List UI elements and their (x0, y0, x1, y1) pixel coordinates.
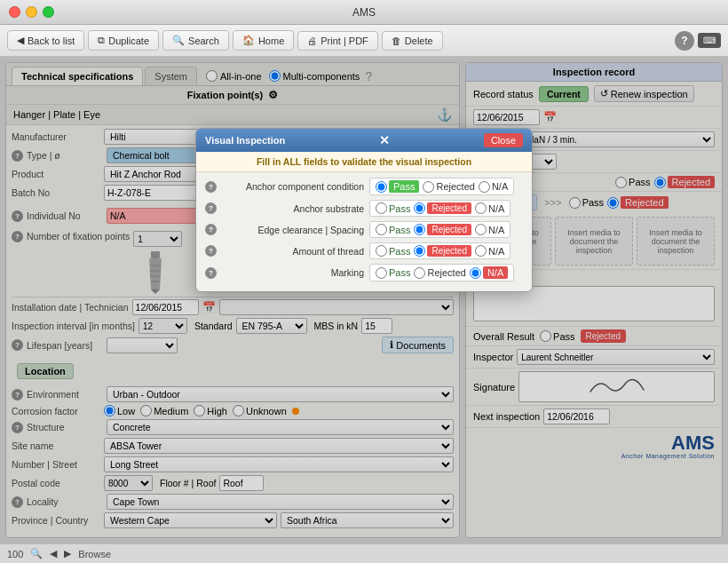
modal-row-4: ? Amount of thread Pass Rejected (205, 242, 523, 259)
modal-help-1: ? (205, 181, 217, 193)
home-button[interactable]: 🏠 Home (233, 30, 294, 51)
delete-button[interactable]: 🗑 Delete (382, 31, 443, 51)
modal-rejected-1[interactable]: Rejected (423, 181, 474, 193)
modal-options-2: Pass Rejected N/A (369, 200, 510, 217)
visual-inspection-modal: Visual Inspection ✕ Close Fill in ALL fi… (195, 128, 533, 292)
delete-label: Delete (405, 36, 433, 46)
back-icon: ◀ (17, 35, 24, 46)
delete-icon: 🗑 (392, 36, 401, 46)
maximize-button[interactable] (43, 6, 54, 18)
modal-rejected-5[interactable]: Rejected (414, 267, 465, 279)
keyboard-button[interactable]: ⌨ (698, 33, 721, 48)
modal-rejected-2[interactable]: Rejected (414, 202, 471, 214)
modal-label-4: Amount of thread (222, 246, 364, 257)
modal-na-3[interactable]: N/A (475, 224, 504, 235)
print-button[interactable]: 🖨 Print | PDF (297, 31, 378, 51)
modal-help-5: ? (205, 267, 217, 279)
modal-x-icon: ✕ (379, 133, 390, 147)
window-title: AMS (352, 6, 376, 19)
modal-options-4: Pass Rejected N/A (369, 242, 510, 259)
modal-na-4[interactable]: N/A (475, 245, 504, 257)
modal-row-2: ? Anchor substrate Pass Rejected (205, 200, 523, 217)
search-button[interactable]: 🔍 Search (162, 30, 229, 51)
modal-label-1: Anchor component condition (222, 181, 364, 192)
modal-options-1: Pass Rejected N/A (369, 178, 514, 195)
modal-row-1: ? Anchor component condition Pass Reject… (205, 178, 523, 195)
search-icon: 🔍 (172, 35, 185, 46)
modal-pass-3[interactable]: Pass (376, 224, 410, 235)
left-arrow-icon[interactable]: ◀ (50, 548, 57, 559)
modal-na-1[interactable]: N/A (479, 181, 508, 193)
status-bar: 100 🔍 ◀ ▶ Browse (0, 543, 728, 563)
minimize-button[interactable] (26, 6, 37, 18)
modal-options-5: Pass Rejected N/A (369, 264, 514, 282)
modal-label-2: Anchor substrate (222, 203, 364, 214)
back-label: Back to list (28, 36, 75, 46)
modal-overlay: Visual Inspection ✕ Close Fill in ALL fi… (0, 57, 728, 543)
right-arrow-icon[interactable]: ▶ (64, 548, 71, 559)
duplicate-button[interactable]: ⧉ Duplicate (88, 30, 159, 51)
title-bar: AMS (0, 0, 728, 25)
modal-help-3: ? (205, 224, 217, 235)
modal-rejected-4[interactable]: Rejected (414, 245, 471, 257)
modal-label-3: Edge clearance | Spacing (222, 225, 364, 235)
search-label: Search (188, 36, 219, 46)
modal-help-2: ? (205, 202, 217, 214)
modal-na-5[interactable]: N/A (470, 266, 508, 279)
modal-pass-1[interactable]: Pass (376, 180, 419, 193)
duplicate-icon: ⧉ (98, 35, 105, 46)
toolbar: ◀ Back to list ⧉ Duplicate 🔍 Search 🏠 Ho… (0, 25, 728, 57)
modal-options-3: Pass Rejected N/A (369, 221, 510, 238)
modal-close-button[interactable]: Close (484, 133, 523, 147)
modal-help-4: ? (205, 245, 217, 257)
zoom-level: 100 (7, 549, 23, 559)
zoom-icon: 🔍 (30, 548, 43, 559)
print-icon: 🖨 (307, 36, 317, 46)
modal-pass-4[interactable]: Pass (376, 245, 410, 257)
print-label: Print | PDF (320, 36, 368, 46)
modal-row-5: ? Marking Pass Rejected N/A (205, 264, 523, 282)
modal-pass-5[interactable]: Pass (376, 267, 410, 279)
modal-rejected-3[interactable]: Rejected (414, 224, 471, 235)
modal-instruction: Fill in ALL fields to validate the visua… (196, 152, 532, 172)
modal-body: ? Anchor component condition Pass Reject… (196, 172, 532, 291)
modal-header: Visual Inspection ✕ Close (196, 129, 532, 152)
browse-label: Browse (78, 549, 111, 559)
modal-pass-2[interactable]: Pass (376, 202, 410, 214)
home-icon: 🏠 (242, 35, 255, 46)
home-label: Home (258, 36, 284, 46)
duplicate-label: Duplicate (108, 36, 149, 46)
modal-row-3: ? Edge clearance | Spacing Pass Rejected (205, 221, 523, 238)
close-button[interactable] (9, 6, 20, 18)
modal-label-5: Marking (222, 267, 364, 278)
help-button[interactable]: ? (675, 31, 694, 51)
modal-title: Visual Inspection (205, 135, 285, 146)
back-button[interactable]: ◀ Back to list (7, 30, 84, 51)
modal-na-2[interactable]: N/A (475, 202, 504, 214)
